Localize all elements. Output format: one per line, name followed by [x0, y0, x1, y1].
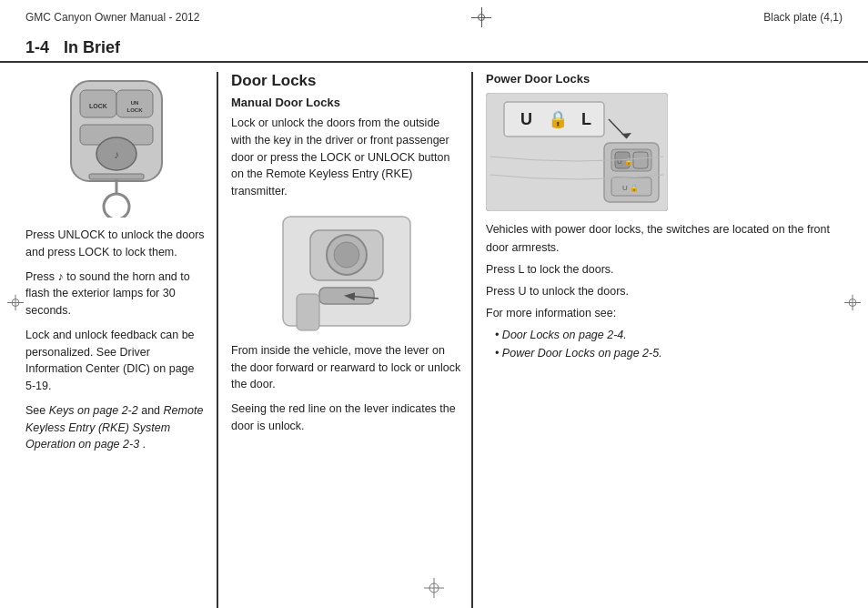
section-title: In Brief [64, 38, 120, 57]
svg-text:LOCK: LOCK [127, 107, 144, 113]
right-col-text: Vehicles with power door locks, the swit… [486, 220, 843, 362]
svg-text:U 🔒: U 🔒 [622, 183, 639, 192]
keys-link: Keys on page 2-2 [49, 404, 138, 417]
mid-red-line: Seeing the red line on the lever indicat… [231, 400, 462, 435]
bullet-item-1: Door Locks on page 2-4. [495, 326, 843, 344]
section-heading: 1-4 In Brief [0, 31, 868, 63]
svg-text:U 🔒: U 🔒 [617, 157, 633, 166]
svg-point-10 [104, 194, 129, 218]
svg-text:🔒: 🔒 [548, 109, 569, 129]
left-para2: Press ♪ to sound the horn and to flash t… [25, 269, 207, 319]
header-right: Black plate (4,1) [763, 11, 843, 24]
header-center [471, 7, 491, 27]
side-crosshair-right [844, 295, 861, 314]
header-crosshair [471, 7, 491, 27]
left-column: LOCK UN LOCK ♪ Press UNLOCK to unlock th… [25, 72, 217, 608]
right-column: Power Door Locks U 🔒 L [471, 72, 843, 608]
horn-icon: ♪ [57, 269, 63, 286]
mid-title: Door Locks [231, 72, 462, 90]
svg-rect-29 [633, 152, 648, 168]
right-bullet-list: Door Locks on page 2-4. Power Door Locks… [486, 326, 843, 362]
section-number: 1-4 [25, 38, 49, 57]
svg-text:♪: ♪ [114, 148, 119, 161]
mid-from-inside: From inside the vehicle, move the lever … [231, 342, 462, 393]
bullet-item-2: Power Door Locks on page 2-5. [495, 344, 843, 362]
svg-point-15 [334, 242, 359, 268]
right-body2: Press L to lock the doors. [486, 260, 843, 279]
power-lock-image: U 🔒 L U 🔒 U 🔒 [486, 93, 668, 211]
svg-rect-9 [89, 174, 144, 179]
page-header: GMC Canyon Owner Manual - 2012 Black pla… [0, 0, 868, 31]
right-body4: For more information see: [486, 304, 843, 322]
door-lock-image [274, 208, 419, 335]
key-fob-image: LOCK UN LOCK ♪ [57, 72, 176, 218]
left-para4: See Keys on page 2-2 and Remote Keyless … [25, 402, 207, 453]
right-body1: Vehicles with power door locks, the swit… [486, 220, 843, 257]
left-col-text: Press UNLOCK to unlock the doors and pre… [25, 227, 207, 461]
svg-text:LOCK: LOCK [89, 103, 107, 109]
svg-text:L: L [581, 110, 591, 128]
content-area: LOCK UN LOCK ♪ Press UNLOCK to unlock th… [0, 72, 868, 608]
side-crosshair-left [7, 295, 24, 314]
svg-rect-17 [297, 294, 319, 330]
mid-body: Lock or unlock the doors from the outsid… [231, 115, 462, 200]
left-para3: Lock and unlock feedback can be personal… [25, 327, 207, 395]
left-para1: Press UNLOCK to unlock the doors and pre… [25, 227, 207, 261]
page-footer [424, 578, 444, 601]
svg-text:UN: UN [131, 100, 139, 106]
middle-column: Door Locks Manual Door Locks Lock or unl… [217, 72, 471, 608]
mid-subtitle: Manual Door Locks [231, 96, 462, 109]
header-left: GMC Canyon Owner Manual - 2012 [25, 11, 199, 24]
right-body3: Press U to unlock the doors. [486, 282, 843, 300]
right-title: Power Door Locks [486, 72, 843, 86]
svg-text:U: U [520, 110, 532, 128]
